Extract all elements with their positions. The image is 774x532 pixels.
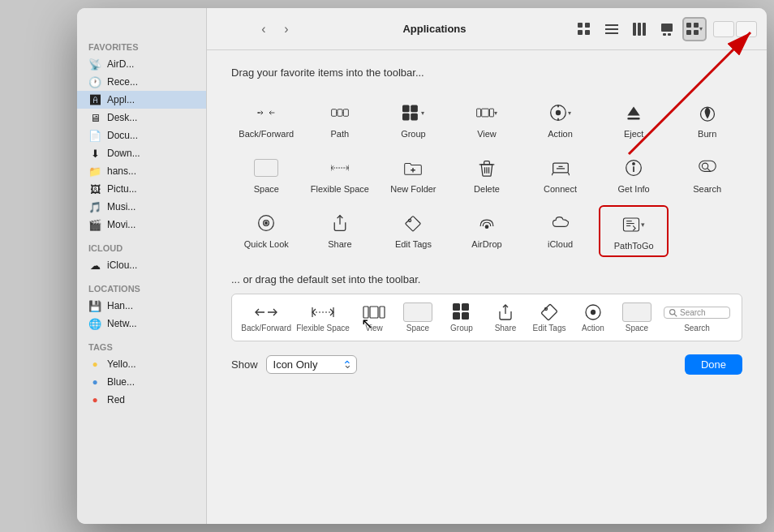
split-button-1[interactable] (713, 21, 734, 37)
strip-flexible-space[interactable]: Flexible Space (295, 301, 350, 334)
strip-space[interactable]: Space (398, 301, 438, 334)
toolbar-item-eject[interactable]: Eject (599, 95, 669, 144)
column-view-button[interactable] (627, 17, 651, 41)
show-select[interactable]: Icon Only Icon and Text Text Only (266, 355, 357, 374)
strip-back-forward[interactable]: Back/Forward (240, 301, 292, 334)
svg-point-52 (633, 163, 635, 165)
sidebar-item-label: Blue... (107, 376, 135, 388)
icloud-item-label: iCloud (548, 239, 573, 249)
sidebar-item-label: hans... (107, 165, 136, 177)
toolbar-item-action[interactable]: ▾ Action (525, 95, 596, 144)
svg-rect-34 (628, 118, 640, 120)
sidebar-item-tag-blue[interactable]: ● Blue... (77, 373, 206, 391)
strip-share[interactable]: Share (485, 301, 526, 334)
group-button[interactable]: ▾ (682, 17, 707, 41)
tag-yellow-icon: ● (88, 358, 101, 371)
sidebar-item-label: AirD... (107, 58, 134, 70)
strip-space2[interactable]: Space (617, 301, 657, 334)
toolbar-item-get-info[interactable]: Get Info (599, 150, 669, 199)
strip-search[interactable]: Search Search (660, 301, 733, 334)
toolbar-item-space[interactable]: Space (231, 150, 302, 199)
toolbar-item-path[interactable]: Path (305, 95, 376, 144)
pathtogo-label: PathToGo (614, 241, 654, 251)
sidebar-item-label: Rece... (107, 76, 138, 88)
search-item-icon (691, 155, 724, 181)
gallery-view-button[interactable] (655, 17, 679, 41)
toolbar-item-new-folder[interactable]: New Folder (378, 150, 449, 199)
toolbar-item-back-forward[interactable]: Back/Forward (231, 95, 302, 144)
clock-icon: 🕐 (88, 75, 101, 88)
strip-action[interactable]: Action (573, 301, 613, 334)
sidebar-item-label: Han... (107, 300, 133, 311)
toolbar-item-delete[interactable]: Delete (452, 150, 522, 199)
toolbar-item-group[interactable]: ▾ Group (378, 95, 449, 144)
new-folder-icon (397, 155, 429, 181)
svg-rect-62 (624, 218, 639, 231)
sidebar-item-network[interactable]: 🌐 Netw... (77, 315, 206, 332)
svg-rect-7 (633, 23, 636, 36)
toolbar-item-flexible-space[interactable]: Flexible Space (305, 150, 376, 199)
finder-window: Favorites 📡 AirD... 🕐 Rece... 🅰 Appl... … (77, 8, 767, 524)
tag-blue-icon: ● (88, 375, 101, 388)
sidebar-item-tag-yellow[interactable]: ● Yello... (77, 355, 206, 373)
icon-view-button[interactable] (572, 17, 596, 41)
tag-red-icon: ● (88, 393, 101, 406)
done-button[interactable]: Done (685, 354, 742, 375)
svg-rect-16 (694, 30, 699, 35)
toolbar-item-view[interactable]: ▾ View (452, 95, 522, 144)
strip-view-label: View (365, 324, 383, 332)
search-item-label: Search (693, 184, 721, 194)
delete-icon (471, 155, 503, 181)
strip-edit-tags[interactable]: Edit Tags (529, 301, 570, 334)
toolbar-item-burn[interactable]: Burn (672, 95, 742, 144)
strip-space-label: Space (406, 324, 429, 332)
sidebar-item-icloud[interactable]: ☁ iClou... (77, 256, 206, 274)
get-info-icon (617, 155, 650, 181)
toolbar-item-share[interactable]: Share (305, 205, 376, 257)
toolbar-item-connect[interactable]: Connect (525, 150, 596, 199)
forward-button[interactable]: › (276, 19, 297, 40)
sidebar-item-movies[interactable]: 🎬 Movi... (77, 216, 206, 234)
sidebar-item-desktop[interactable]: 🖥 Desk... (77, 109, 206, 127)
apps-icon: 🅰 (88, 93, 101, 106)
group-label: Group (401, 129, 426, 139)
sidebar-item-airdrop[interactable]: 📡 AirD... (77, 55, 206, 73)
strip-action-label: Action (582, 324, 604, 332)
toolbar-item-search[interactable]: Search (672, 150, 742, 199)
svg-rect-53 (699, 161, 716, 171)
svg-point-81 (591, 311, 595, 315)
sidebar-item-documents[interactable]: 📄 Docu... (77, 127, 206, 144)
strip-search-icon: Search (664, 302, 730, 322)
toolbar-item-edit-tags[interactable]: Edit Tags (378, 205, 449, 257)
sidebar-item-pictures[interactable]: 🖼 Pictu... (77, 180, 206, 198)
toolbar-item-pathtogo[interactable]: ▾ PathToGo (599, 205, 669, 257)
documents-icon: 📄 (88, 129, 101, 142)
sidebar-item-applications[interactable]: 🅰 Appl... (77, 91, 206, 109)
back-button[interactable]: ‹ (253, 19, 274, 40)
sidebar-item-music[interactable]: 🎵 Musi... (77, 198, 206, 216)
toolbar-item-airdrop[interactable]: AirDrop (452, 205, 522, 257)
strip-group[interactable]: Group (441, 301, 482, 334)
sidebar-item-hans[interactable]: 📁 hans... (77, 162, 206, 180)
toolbar-item-quick-look[interactable]: Quick Look (231, 205, 302, 257)
eject-icon (617, 100, 650, 126)
sidebar-item-hdd[interactable]: 💾 Han... (77, 297, 206, 315)
svg-rect-0 (578, 23, 583, 28)
share-label: Share (328, 239, 351, 249)
toolbar-item-icloud[interactable]: iCloud (525, 205, 596, 257)
flexible-space-label: Flexible Space (311, 184, 369, 194)
sidebar-item-downloads[interactable]: ⬇ Down... (77, 144, 206, 162)
svg-rect-26 (411, 105, 418, 113)
strip-view[interactable]: View (354, 301, 394, 334)
svg-rect-12 (668, 33, 671, 36)
back-forward-icon (250, 100, 282, 126)
split-button-2[interactable] (736, 21, 757, 37)
sidebar-item-tag-red[interactable]: ● Red (77, 391, 206, 409)
show-select-wrapper[interactable]: Icon Only Icon and Text Text Only ⌃ (266, 355, 357, 374)
strip-back-forward-icon (255, 302, 277, 322)
svg-rect-27 (411, 114, 418, 121)
hdd-icon: 💾 (88, 299, 101, 312)
list-view-button[interactable] (600, 17, 624, 41)
svg-point-54 (702, 163, 707, 169)
sidebar-item-recents[interactable]: 🕐 Rece... (77, 73, 206, 91)
